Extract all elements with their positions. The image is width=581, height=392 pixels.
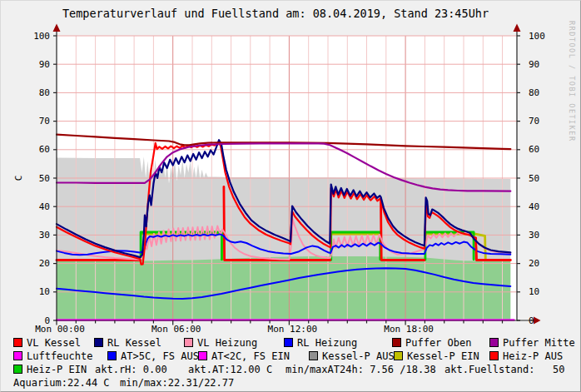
legend-swatch-icon bbox=[284, 338, 293, 347]
legend-label: akt.AT:12.00 C bbox=[188, 364, 272, 375]
legend-stat-aquarium-22-44-c: Aquarium:22.44 C bbox=[13, 377, 110, 389]
svg-text:80: 80 bbox=[39, 87, 50, 98]
legend-label: akt.Fuellstand: 50 bbox=[444, 364, 565, 375]
legend-item-vl-kessel: VL Kessel bbox=[13, 337, 81, 349]
legend-item-kessel-p-aus: Kessel-P AUS bbox=[309, 350, 395, 362]
legend-item-rl-kessel: RL Kessel bbox=[94, 337, 161, 349]
legend-swatch-icon bbox=[394, 351, 403, 360]
legend-item-at-5c-fs-aus: AT>5C, FS AUS bbox=[107, 350, 199, 362]
svg-text:10: 10 bbox=[529, 286, 539, 297]
svg-text:20: 20 bbox=[529, 258, 539, 269]
legend-item-heiz-p-aus: Heiz-P AUS bbox=[489, 350, 563, 362]
legend-label: Aquarium:22.44 C bbox=[13, 377, 110, 389]
legend-stat-min-max-22-31-22-77: min/max:22.31/22.77 bbox=[120, 377, 234, 389]
svg-text:40: 40 bbox=[529, 201, 539, 212]
svg-text:Mon 06:00: Mon 06:00 bbox=[151, 324, 201, 335]
legend-item-puffer-mitte: Puffer Mitte bbox=[489, 337, 575, 349]
svg-text:60: 60 bbox=[39, 144, 50, 155]
right-axis-arrow-icon bbox=[514, 24, 521, 32]
svg-text:50: 50 bbox=[529, 173, 539, 184]
legend-item-heiz-p-ein: Heiz-P EIN bbox=[13, 364, 87, 375]
legend-swatch-icon bbox=[184, 338, 193, 347]
legend-label: Puffer Mitte bbox=[503, 337, 575, 349]
legend-label: VL Heizung bbox=[197, 337, 257, 349]
svg-text:100: 100 bbox=[529, 31, 545, 42]
legend-label: RL Heizung bbox=[297, 337, 357, 349]
svg-text:40: 40 bbox=[39, 201, 50, 212]
heiz-p-ein-area bbox=[57, 256, 510, 320]
x-tick-labels: Mon 00:00Mon 06:00Mon 12:00Mon 18:00 bbox=[35, 324, 434, 335]
legend-stat-akt-at-12-00-c: akt.AT:12.00 C bbox=[188, 364, 272, 375]
legend-item-at-2c-fs-ein: AT<2C, FS EIN bbox=[198, 350, 290, 362]
legend-swatch-icon bbox=[13, 338, 22, 347]
legend-label: min/max:22.31/22.77 bbox=[120, 377, 234, 389]
svg-text:30: 30 bbox=[529, 230, 539, 241]
legend-swatch-icon bbox=[13, 351, 22, 360]
legend-label: AT<2C, FS EIN bbox=[211, 350, 290, 362]
legend-item-rl-heizung: RL Heizung bbox=[284, 337, 357, 349]
svg-text:90: 90 bbox=[39, 59, 50, 70]
legend-label: Heiz-P EIN bbox=[27, 364, 87, 375]
svg-text:100: 100 bbox=[33, 31, 50, 42]
legend-label: VL Kessel bbox=[27, 337, 81, 349]
legend-swatch-icon bbox=[309, 351, 318, 360]
legend-item-luftfeuchte: Luftfeuchte bbox=[13, 350, 92, 362]
legend-swatch-icon bbox=[489, 338, 499, 347]
legend-label: Puffer Oben bbox=[405, 337, 471, 349]
svg-text:10: 10 bbox=[39, 286, 50, 297]
svg-text:Mon 00:00: Mon 00:00 bbox=[35, 324, 85, 335]
svg-text:60: 60 bbox=[529, 144, 539, 155]
svg-text:50: 50 bbox=[39, 173, 50, 184]
rrdtool-watermark: RRDTOOL / TOBI OETIKER bbox=[568, 21, 576, 142]
svg-text:30: 30 bbox=[39, 230, 50, 241]
svg-text:90: 90 bbox=[529, 59, 539, 70]
legend-stat-akt-fuellstand-50: akt.Fuellstand: 50 bbox=[444, 364, 565, 375]
legend-item-puffer-oben: Puffer Oben bbox=[392, 337, 471, 349]
legend-swatch-icon bbox=[13, 365, 22, 374]
legend-label: akt.rH: 0.00 bbox=[95, 364, 167, 375]
legend-stat-akt-rh-0-00: akt.rH: 0.00 bbox=[95, 364, 167, 375]
legend-item-kessel-p-ein: Kessel-P EIN bbox=[394, 350, 479, 362]
chart-svg: 0010102020303040405050606070708080909010… bbox=[1, 1, 581, 338]
legend: VL KesselRL KesselVL HeizungRL HeizungPu… bbox=[1, 335, 581, 392]
legend-swatch-icon bbox=[198, 351, 207, 360]
svg-text:Mon 18:00: Mon 18:00 bbox=[384, 324, 434, 335]
legend-swatch-icon bbox=[94, 338, 103, 347]
y-axis-label: C bbox=[13, 176, 24, 181]
y-axis-arrow-icon bbox=[53, 24, 61, 32]
legend-label: Luftfeuchte bbox=[27, 350, 92, 362]
legend-swatch-icon bbox=[107, 351, 117, 360]
svg-text:70: 70 bbox=[529, 116, 539, 127]
chart-plot: 0010102020303040405050606070708080909010… bbox=[1, 1, 581, 338]
legend-item-vl-heizung: VL Heizung bbox=[184, 337, 257, 349]
svg-text:80: 80 bbox=[529, 87, 539, 98]
svg-text:Mon 12:00: Mon 12:00 bbox=[268, 324, 318, 335]
legend-label: Kessel-P AUS bbox=[322, 350, 395, 362]
legend-swatch-icon bbox=[392, 338, 401, 347]
svg-text:70: 70 bbox=[39, 116, 50, 127]
legend-stat-min-maxat24h-7-56-18-38: min/maxAT24h: 7.56 /18.38 bbox=[286, 364, 436, 375]
rrdtool-graph: Temperaturverlauf und Fuellstand am: 08.… bbox=[0, 0, 581, 392]
legend-label: RL Kessel bbox=[107, 337, 161, 349]
svg-text:20: 20 bbox=[39, 258, 50, 269]
legend-label: min/maxAT24h: 7.56 /18.38 bbox=[286, 364, 436, 375]
x-axis-arrow-icon bbox=[534, 317, 541, 325]
legend-swatch-icon bbox=[489, 351, 499, 360]
legend-label: Kessel-P EIN bbox=[407, 350, 479, 362]
legend-label: AT>5C, FS AUS bbox=[121, 350, 199, 362]
legend-label: Heiz-P AUS bbox=[503, 350, 563, 362]
svg-text:0: 0 bbox=[529, 315, 534, 326]
